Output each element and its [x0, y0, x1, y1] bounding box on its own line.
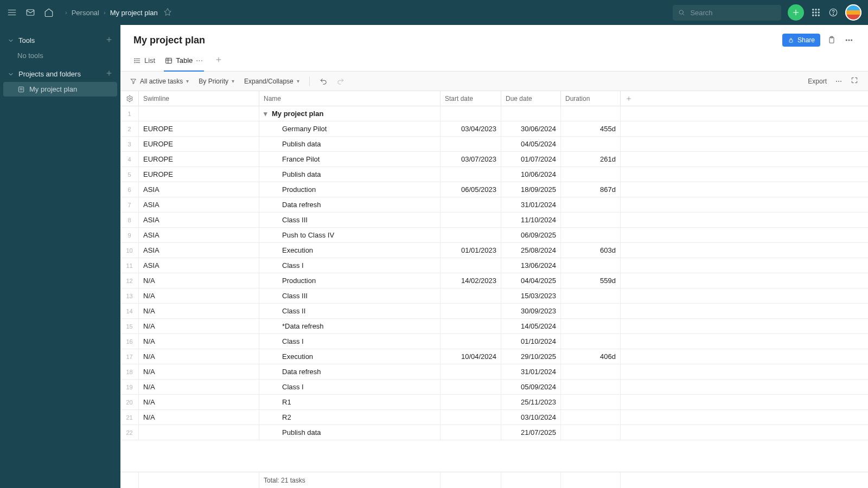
cell-due[interactable]: 18/09/2025	[501, 182, 561, 197]
pin-icon[interactable]	[162, 7, 173, 18]
cell-start[interactable]	[441, 395, 501, 409]
toolbar-more-icon[interactable]: ⋯	[835, 78, 842, 85]
cell-swimline[interactable]: N/A	[139, 395, 259, 409]
cell-name[interactable]: Class I	[259, 258, 441, 273]
add-view-button[interactable]	[215, 56, 222, 65]
cell-name[interactable]: Class II	[259, 304, 441, 318]
cell-due[interactable]: 04/04/2025	[501, 273, 561, 288]
table-row[interactable]: 18N/AData refresh31/01/2024	[120, 364, 868, 380]
tab-list[interactable]: List	[133, 50, 155, 71]
cell-start[interactable]	[441, 364, 501, 379]
cell-due[interactable]: 29/10/2025	[501, 349, 561, 364]
cell-swimline[interactable]: EUROPE	[139, 167, 259, 182]
cell-due[interactable]: 25/11/2023	[501, 395, 561, 409]
cell-due[interactable]: 13/06/2024	[501, 258, 561, 273]
cell-start[interactable]	[441, 304, 501, 318]
tab-more-icon[interactable]: ⋯	[196, 56, 203, 65]
cell-due[interactable]: 03/10/2024	[501, 410, 561, 425]
cell-due[interactable]: 04/05/2024	[501, 137, 561, 151]
table-row[interactable]: 21N/AR203/10/2024	[120, 410, 868, 425]
more-icon[interactable]	[843, 34, 855, 46]
table-row[interactable]: 19N/AClass I05/09/2024	[120, 380, 868, 395]
add-tool-button[interactable]	[105, 36, 113, 45]
table-row[interactable]: 14N/AClass II30/09/2023	[120, 304, 868, 319]
cell-due[interactable]: 15/03/2023	[501, 288, 561, 303]
cell-start[interactable]	[441, 319, 501, 333]
cell-swimline[interactable]: ASIA	[139, 228, 259, 242]
cell-name[interactable]: Production	[259, 273, 441, 288]
cell-name[interactable]: Publish data	[259, 167, 441, 182]
cell-name[interactable]: Push to Class IV	[259, 228, 441, 242]
cell-name[interactable]: Publish data	[259, 425, 441, 440]
table-row[interactable]: 7ASIAData refresh31/01/2024	[120, 197, 868, 213]
cell-due[interactable]: 21/07/2025	[501, 425, 561, 440]
chevron-down-icon[interactable]: ▾	[264, 110, 267, 118]
table-row[interactable]: 22Publish data21/07/2025	[120, 425, 868, 440]
cell-swimline[interactable]: N/A	[139, 410, 259, 425]
cell-swimline[interactable]: ASIA	[139, 243, 259, 258]
cell-duration[interactable]	[561, 304, 621, 318]
cell-name[interactable]: Class III	[259, 288, 441, 303]
cell-duration[interactable]	[561, 288, 621, 303]
cell-due[interactable]: 06/09/2025	[501, 228, 561, 242]
mail-icon[interactable]	[25, 7, 36, 18]
tab-table[interactable]: Table ⋯	[165, 50, 203, 71]
table-row[interactable]: 6ASIAProduction06/05/202318/09/2025867d	[120, 182, 868, 197]
export-button[interactable]: Export	[808, 78, 827, 85]
cell-start[interactable]	[441, 258, 501, 273]
cell-duration[interactable]: 603d	[561, 243, 621, 258]
cell-swimline[interactable]: ASIA	[139, 197, 259, 212]
cell-swimline[interactable]: N/A	[139, 273, 259, 288]
col-swimline[interactable]: Swimline	[139, 91, 259, 106]
undo-button[interactable]	[320, 78, 327, 85]
cell-duration[interactable]	[561, 213, 621, 227]
avatar[interactable]	[845, 4, 861, 21]
help-icon[interactable]	[828, 7, 839, 18]
cell-duration[interactable]: 455d	[561, 121, 621, 136]
gear-icon[interactable]	[120, 91, 139, 106]
table-group-row[interactable]: 1 ▾My project plan	[120, 106, 868, 121]
cell-duration[interactable]	[561, 258, 621, 273]
cell-duration[interactable]	[561, 425, 621, 440]
fullscreen-icon[interactable]	[851, 76, 858, 86]
cell-name[interactable]: Germany Pilot	[259, 121, 441, 136]
table-row[interactable]: 16N/AClass I01/10/2024	[120, 334, 868, 349]
table-row[interactable]: 9ASIAPush to Class IV06/09/2025	[120, 228, 868, 243]
table-row[interactable]: 2EUROPEGermany Pilot03/04/202330/06/2024…	[120, 121, 868, 137]
search-input[interactable]	[673, 5, 781, 21]
cell-swimline[interactable]: N/A	[139, 364, 259, 379]
cell-due[interactable]: 01/10/2024	[501, 334, 561, 349]
cell-duration[interactable]	[561, 410, 621, 425]
table-row[interactable]: 8ASIAClass III11/10/2024	[120, 213, 868, 228]
table-row[interactable]: 13N/AClass III15/03/2023	[120, 288, 868, 304]
sidebar-group-tools[interactable]: Tools	[0, 33, 120, 48]
cell-start[interactable]	[441, 288, 501, 303]
cell-due[interactable]: 30/09/2023	[501, 304, 561, 318]
cell-duration[interactable]: 261d	[561, 152, 621, 166]
search-field[interactable]	[689, 8, 776, 17]
cell-swimline[interactable]: N/A	[139, 288, 259, 303]
cell-duration[interactable]	[561, 197, 621, 212]
table-row[interactable]: 17N/AExecution10/04/202429/10/2025406d	[120, 349, 868, 364]
menu-icon[interactable]	[7, 7, 17, 18]
table-row[interactable]: 10ASIAExecution01/01/202325/08/2024603d	[120, 243, 868, 258]
cell-due[interactable]: 31/01/2024	[501, 364, 561, 379]
table-row[interactable]: 20N/AR125/11/2023	[120, 395, 868, 410]
col-duration[interactable]: Duration	[561, 91, 621, 106]
cell-name[interactable]: Production	[259, 182, 441, 197]
cell-name[interactable]: Class III	[259, 213, 441, 227]
breadcrumb-current[interactable]: My project plan	[110, 9, 158, 17]
cell-start[interactable]	[441, 167, 501, 182]
cell-name[interactable]: Data refresh	[259, 197, 441, 212]
cell-start[interactable]	[441, 137, 501, 151]
cell-name[interactable]: Execution	[259, 243, 441, 258]
cell-duration[interactable]: 867d	[561, 182, 621, 197]
cell-due[interactable]: 30/06/2024	[501, 121, 561, 136]
cell-name[interactable]: Data refresh	[259, 364, 441, 379]
cell-start[interactable]	[441, 334, 501, 349]
col-start[interactable]: Start date	[441, 91, 501, 106]
table-row[interactable]: 11ASIAClass I13/06/2024	[120, 258, 868, 273]
redo-button[interactable]	[337, 78, 344, 85]
cell-due[interactable]: 14/05/2024	[501, 319, 561, 333]
cell-start[interactable]	[441, 410, 501, 425]
